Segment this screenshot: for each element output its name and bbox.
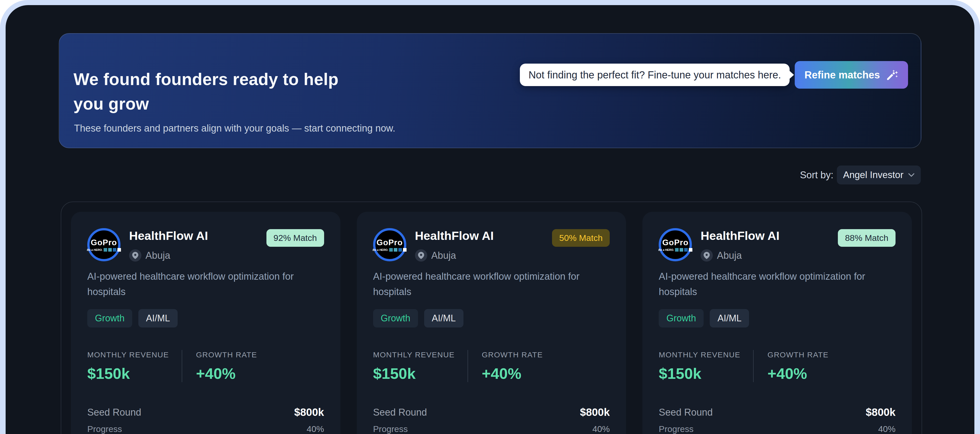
logo-square	[675, 248, 679, 252]
progress-row: Progress 40%	[87, 423, 324, 434]
logo-square	[108, 248, 112, 252]
match-badge: 88% Match	[838, 229, 896, 247]
startup-description: AI-powered healthcare workflow optimizat…	[373, 269, 610, 299]
card-identity: HealthFlow AI Abuja	[415, 228, 552, 262]
location-pin-wrap	[129, 249, 142, 262]
logo-square	[684, 248, 688, 252]
magic-wand-icon	[886, 69, 898, 81]
logo-tagline-row: Be a HERO.	[659, 248, 692, 252]
logo-square	[389, 248, 393, 252]
progress-label: Progress	[373, 423, 408, 434]
cards-grid: GoPro Be a HERO. HealthFlow AI	[71, 212, 912, 434]
founder-card[interactable]: GoPro Be a HERO. HealthFlow AI	[71, 212, 340, 434]
gopro-logo: GoPro Be a HERO.	[87, 228, 121, 261]
logo-brand: GoPro	[376, 238, 403, 247]
match-badge: 50% Match	[552, 229, 610, 247]
progress-row: Progress 40%	[373, 423, 610, 434]
sort-label: Sort by:	[800, 170, 834, 180]
stats-row: MONTHLY REVENUE $150k GROWTH RATE +40%	[87, 350, 324, 382]
progress-label: Progress	[659, 423, 694, 434]
stats-divider	[468, 350, 468, 382]
round-value: $800k	[580, 406, 610, 418]
stat-label: MONTHLY REVENUE	[659, 350, 753, 360]
card-header: GoPro Be a HERO. HealthFlow AI	[87, 228, 324, 262]
stats-row: MONTHLY REVENUE $150k GROWTH RATE +40%	[373, 350, 610, 382]
location-text: Abuja	[431, 250, 456, 261]
refine-tooltip: Not finding the perfect fit? Fine-tune y…	[520, 64, 790, 86]
tag-sector: AI/ML	[138, 309, 178, 327]
logo-brand: GoPro	[662, 238, 689, 247]
logo-tagline: Be a HERO.	[87, 248, 102, 251]
stat-value: $150k	[659, 365, 753, 382]
round-value: $800k	[294, 406, 324, 418]
stat-value: +40%	[482, 365, 543, 382]
tag-sector: AI/ML	[710, 309, 749, 327]
gopro-logo: GoPro Be a HERO.	[373, 228, 406, 261]
card-header: GoPro Be a HERO. HealthFlow AI	[373, 228, 610, 262]
gopro-logo: GoPro Be a HERO.	[659, 228, 692, 261]
round-label: Seed Round	[87, 407, 141, 418]
logo-square	[679, 248, 683, 252]
map-pin-icon	[418, 252, 424, 259]
round-label: Seed Round	[659, 407, 713, 418]
sort-selected-option: Angel Investor	[843, 170, 904, 180]
location-row: Abuja	[700, 249, 838, 262]
stat-label: GROWTH RATE	[767, 350, 829, 360]
tags-row: Growth AI/ML	[373, 309, 610, 327]
logo-square	[113, 248, 116, 252]
funding-round-row: Seed Round $800k	[373, 406, 610, 418]
funding-round-row: Seed Round $800k	[87, 406, 324, 418]
founder-card[interactable]: GoPro Be a HERO. HealthFlow AI	[357, 212, 626, 434]
tag-growth: Growth	[659, 309, 703, 327]
chevron-down-icon	[908, 173, 915, 177]
round-value: $800k	[865, 406, 896, 418]
progress-value: 40%	[592, 423, 610, 434]
location-pin-wrap	[415, 249, 427, 262]
stat-growth-rate: GROWTH RATE +40%	[196, 350, 257, 382]
logo-square	[394, 248, 397, 252]
founder-card[interactable]: GoPro Be a HERO. HealthFlow AI	[642, 212, 912, 434]
startup-description: AI-powered healthcare workflow optimizat…	[659, 269, 896, 299]
logo-tagline-row: Be a HERO.	[87, 248, 121, 252]
tags-row: Growth AI/ML	[87, 309, 324, 327]
tag-growth: Growth	[373, 309, 418, 327]
progress-value: 40%	[307, 423, 324, 434]
stat-value: +40%	[767, 365, 829, 382]
stats-row: MONTHLY REVENUE $150k GROWTH RATE +40%	[659, 350, 896, 382]
location-text: Abuja	[145, 250, 170, 261]
hero-cta-group: Not finding the perfect fit? Fine-tune y…	[520, 61, 908, 89]
hero-banner: We found founders ready to help you grow…	[59, 33, 921, 148]
map-pin-icon	[703, 252, 710, 259]
stat-monthly-revenue: MONTHLY REVENUE $150k	[373, 350, 468, 382]
logo-square	[118, 248, 121, 252]
page-subtitle: These founders and partners align with y…	[74, 122, 395, 134]
stat-value: $150k	[87, 365, 182, 382]
progress-value: 40%	[878, 423, 896, 434]
stat-value: +40%	[196, 365, 257, 382]
logo-tagline: Be a HERO.	[372, 248, 388, 251]
location-row: Abuja	[415, 249, 552, 262]
logo-square	[398, 248, 402, 252]
sort-row: Sort by: Angel Investor	[800, 166, 921, 184]
stat-monthly-revenue: MONTHLY REVENUE $150k	[87, 350, 182, 382]
funding-block: Seed Round $800k Progress 40%	[87, 406, 324, 434]
logo-tagline-row: Be a HERO.	[372, 248, 407, 252]
stats-divider	[753, 350, 754, 382]
refine-matches-button[interactable]: Refine matches	[795, 61, 908, 89]
funding-round-row: Seed Round $800k	[659, 406, 896, 418]
logo-tagline: Be a HERO.	[659, 248, 674, 251]
refine-tooltip-text: Not finding the perfect fit? Fine-tune y…	[528, 69, 781, 81]
round-label: Seed Round	[373, 407, 427, 418]
stats-divider	[182, 350, 182, 382]
app-container: We found founders ready to help you grow…	[6, 5, 974, 434]
map-pin-icon	[132, 252, 138, 259]
tag-sector: AI/ML	[424, 309, 463, 327]
sort-dropdown[interactable]: Angel Investor	[837, 166, 921, 184]
stat-growth-rate: GROWTH RATE +40%	[767, 350, 829, 382]
logo-brand: GoPro	[91, 238, 117, 247]
stat-label: GROWTH RATE	[482, 350, 543, 360]
refine-matches-label: Refine matches	[804, 69, 880, 81]
startup-name: HealthFlow AI	[129, 229, 266, 243]
startup-description: AI-powered healthcare workflow optimizat…	[87, 269, 324, 299]
stat-label: MONTHLY REVENUE	[87, 350, 182, 360]
